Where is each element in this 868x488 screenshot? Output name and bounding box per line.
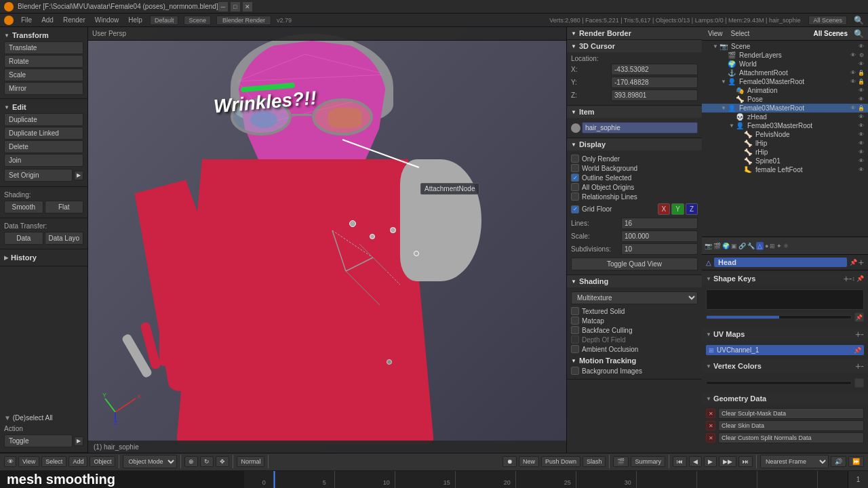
clear-custom-btn-icon[interactable]: ✕ xyxy=(706,433,715,443)
head-pin-icon[interactable]: 📌 xyxy=(850,259,857,266)
play-next-frame[interactable]: ▶▶ xyxy=(719,456,736,467)
smooth-btn[interactable]: Smooth xyxy=(4,201,43,214)
mirror-btn[interactable]: Mirror xyxy=(4,82,83,95)
props-icon-constraints[interactable]: 🔗 xyxy=(738,243,746,249)
shape-key-slider[interactable] xyxy=(706,315,852,319)
head-expand-icon[interactable]: + xyxy=(859,257,864,268)
view-menu-btn[interactable]: View xyxy=(18,456,39,467)
tree-animation[interactable]: 🎭 Animation 👁 xyxy=(702,86,868,95)
vertex-colors-add[interactable]: + xyxy=(855,361,861,371)
cursor-x-value[interactable]: -433.53082 xyxy=(611,64,698,75)
backface-cb[interactable] xyxy=(571,326,579,334)
outliner-select-btn[interactable]: Select xyxy=(729,30,752,37)
close-btn[interactable]: ✕ xyxy=(243,2,252,12)
props-icon-particles[interactable]: ✦ xyxy=(776,243,782,249)
join-btn[interactable]: Join xyxy=(4,154,83,167)
push-down-btn[interactable]: Push Down xyxy=(541,456,580,467)
summary-btn[interactable]: Summary xyxy=(631,456,665,467)
edit-header[interactable]: ▼ Edit xyxy=(4,102,83,113)
timeline-area[interactable]: 0 5 10 15 20 25 30 xyxy=(244,471,848,488)
only-render-cb[interactable] xyxy=(571,155,579,163)
rel-lines-cb[interactable] xyxy=(571,192,579,201)
lines-value[interactable]: 16 xyxy=(621,218,698,229)
uv-channel-pin[interactable]: 📌 xyxy=(854,347,861,354)
object-menu-btn[interactable]: Object xyxy=(90,456,115,467)
all-origins-cb[interactable] xyxy=(571,183,579,191)
menu-file[interactable]: File xyxy=(19,16,34,24)
subdivisions-value[interactable]: 10 xyxy=(621,243,698,255)
menu-render-info[interactable]: Render xyxy=(61,16,87,24)
props-icon-modifiers[interactable]: 🔧 xyxy=(747,243,755,249)
outliner-view-btn[interactable]: View xyxy=(706,30,725,37)
add-menu-btn[interactable]: Add xyxy=(68,456,87,467)
props-icon-data[interactable]: △ xyxy=(756,242,764,250)
shading-mode-select[interactable]: Multitexture GLSL Shadeless xyxy=(571,291,698,304)
menu-add[interactable]: Add xyxy=(39,16,56,24)
world-bg-cb[interactable] xyxy=(571,164,579,172)
frame-drop-btn[interactable]: ⏩ xyxy=(848,456,864,467)
cursor-y-value[interactable]: -170.48828 xyxy=(611,77,698,88)
viewport[interactable]: Wrinkles?!! AttachmentNode User Persp xyxy=(88,27,566,453)
select-menu-btn[interactable]: Select xyxy=(41,456,66,467)
data-btn[interactable]: Data xyxy=(4,232,43,245)
window-controls[interactable]: ─ □ ✕ xyxy=(218,2,252,12)
clear-skin-btn-icon[interactable]: ✕ xyxy=(706,421,715,430)
nearest-frame-select[interactable]: Nearest Frame Nearest Keyframe xyxy=(760,455,829,468)
vertex-colors-minus[interactable]: - xyxy=(861,361,864,371)
props-icon-texture[interactable]: ⊞ xyxy=(770,243,775,249)
delete-btn[interactable]: Delete xyxy=(4,140,83,153)
tree-rhip[interactable]: 🦴 rHip 👁 xyxy=(702,148,868,157)
tree-female-leftfoot[interactable]: 🦶 female LeftFoot 👁 xyxy=(702,165,868,174)
xyz-y-btn[interactable]: Y xyxy=(671,203,684,215)
cursor-z-value[interactable]: 393.89801 xyxy=(611,89,698,101)
tree-female03masterroot-3[interactable]: ▼ 👤 Female03MasterRoot 👁 xyxy=(702,121,868,130)
screen-layout-select[interactable]: Default xyxy=(150,16,179,25)
audio-sync-btn[interactable]: 🔊 xyxy=(831,456,846,467)
props-icon-physics[interactable]: ⚛ xyxy=(783,243,789,249)
tree-renderlayers[interactable]: 🎬 RenderLayers 👁 ⚙ xyxy=(702,51,868,60)
matcap-cb[interactable] xyxy=(571,317,579,325)
vertex-colors-pin[interactable] xyxy=(854,378,864,388)
background-images-cb[interactable] xyxy=(571,367,579,375)
textured-solid-cb[interactable] xyxy=(571,307,579,315)
clear-custom-btn[interactable]: Clear Custom Split Normals Data xyxy=(718,432,864,443)
history-header[interactable]: ▶ History xyxy=(4,252,83,263)
item-header[interactable]: ▼ Item xyxy=(567,106,702,118)
nla-icon[interactable]: 🎬 xyxy=(613,456,629,467)
uv-maps-add[interactable]: + xyxy=(855,329,861,340)
normal-btn[interactable]: Normal xyxy=(237,456,264,467)
search-icon[interactable]: 🔍 xyxy=(854,16,864,25)
shape-key-pin-btn[interactable]: 📌 xyxy=(854,312,864,322)
current-frame-display[interactable]: 1 xyxy=(848,471,868,488)
tree-pelvisnode[interactable]: 🦴 PelvisNode 👁 xyxy=(702,130,868,139)
vertex-colors-slider[interactable] xyxy=(706,381,852,385)
maximize-btn[interactable]: □ xyxy=(231,2,240,12)
duplicate-linked-btn[interactable]: Duplicate Linked xyxy=(4,127,83,140)
props-icon-render[interactable]: 📷 xyxy=(705,243,712,249)
play-btn[interactable]: ▶ xyxy=(704,456,717,467)
control-sphere-4[interactable] xyxy=(414,251,419,256)
tree-zhead[interactable]: 💀 zHead 👁 xyxy=(702,113,868,121)
data-layo-btn[interactable]: Data Layo xyxy=(45,232,84,245)
item-name-input[interactable] xyxy=(582,122,698,134)
rotate-view-btn[interactable]: ↻ xyxy=(200,456,214,467)
shape-keys-more[interactable]: ↕ xyxy=(852,275,856,282)
viewport-canvas[interactable]: Wrinkles?!! AttachmentNode User Persp xyxy=(88,27,566,453)
outline-selected-cb[interactable]: ✓ xyxy=(571,174,579,182)
props-icon-scene[interactable]: 🎬 xyxy=(713,243,721,249)
cursor-header[interactable]: ▼ 3D Cursor xyxy=(567,40,702,52)
tree-female03masterroot-2[interactable]: ▼ 👤 Female03MasterRoot 👁 🔒 xyxy=(702,104,868,113)
toggle-btn[interactable]: Toggle xyxy=(4,434,73,447)
clear-sculpt-btn-icon[interactable]: ✕ xyxy=(706,409,715,418)
workspace-select[interactable]: All Scenes xyxy=(808,16,847,25)
scene-select[interactable]: Scene xyxy=(184,16,211,25)
render-engine-select[interactable]: Blender Render xyxy=(216,16,271,25)
props-icon-material[interactable]: ● xyxy=(765,243,768,249)
slash-btn[interactable]: Slash xyxy=(583,456,606,467)
play-prev-frame[interactable]: ◀ xyxy=(689,456,702,467)
control-sphere-3[interactable] xyxy=(390,227,396,233)
head-name[interactable]: Head xyxy=(714,258,847,267)
toggle-quad-view-btn[interactable]: Toggle Quad View xyxy=(571,258,698,270)
xyz-x-btn[interactable]: X xyxy=(658,203,671,215)
menu-help[interactable]: Help xyxy=(126,16,144,24)
